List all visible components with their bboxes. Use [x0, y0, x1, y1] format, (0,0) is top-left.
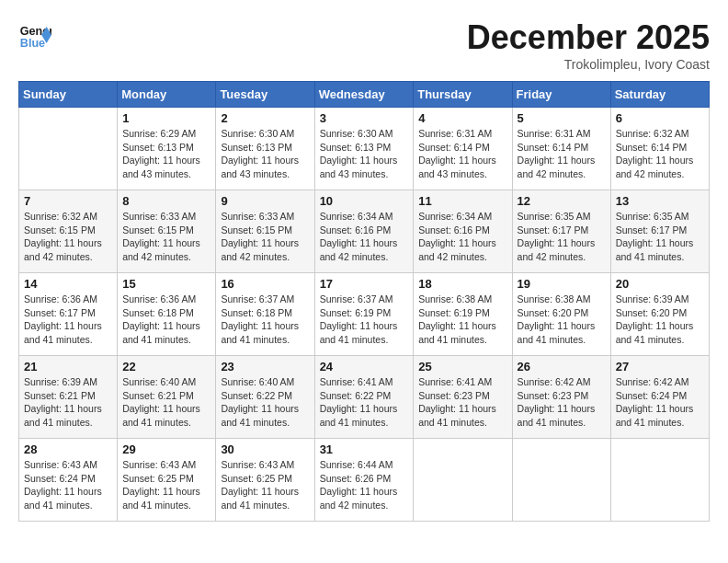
- day-cell: 17Sunrise: 6:37 AMSunset: 6:19 PMDayligh…: [314, 273, 414, 356]
- day-number: 23: [221, 360, 309, 373]
- header-cell-tuesday: Tuesday: [216, 82, 314, 108]
- day-cell: 12Sunrise: 6:35 AMSunset: 6:17 PMDayligh…: [512, 190, 610, 273]
- svg-text:Blue: Blue: [20, 37, 45, 50]
- day-number: 21: [24, 360, 112, 373]
- day-number: 30: [221, 442, 309, 456]
- day-cell: 28Sunrise: 6:43 AMSunset: 6:24 PMDayligh…: [19, 439, 118, 522]
- day-number: 31: [320, 442, 409, 456]
- day-info: Sunrise: 6:39 AMSunset: 6:20 PMDaylight:…: [616, 293, 704, 347]
- day-info: Sunrise: 6:32 AMSunset: 6:15 PMDaylight:…: [24, 210, 112, 264]
- header-cell-thursday: Thursday: [414, 82, 512, 108]
- day-cell: 9Sunrise: 6:33 AMSunset: 6:15 PMDaylight…: [216, 190, 314, 273]
- day-info: Sunrise: 6:42 AMSunset: 6:23 PMDaylight:…: [518, 375, 606, 430]
- day-info: Sunrise: 6:43 AMSunset: 6:25 PMDaylight:…: [221, 458, 309, 512]
- day-cell: [610, 439, 709, 522]
- day-info: Sunrise: 6:40 AMSunset: 6:21 PMDaylight:…: [122, 375, 210, 430]
- day-number: 4: [418, 111, 506, 125]
- day-cell: 27Sunrise: 6:42 AMSunset: 6:24 PMDayligh…: [610, 356, 709, 439]
- week-row-5: 28Sunrise: 6:43 AMSunset: 6:24 PMDayligh…: [19, 439, 710, 522]
- day-cell: 14Sunrise: 6:36 AMSunset: 6:17 PMDayligh…: [19, 273, 118, 356]
- day-cell: 18Sunrise: 6:38 AMSunset: 6:19 PMDayligh…: [414, 273, 512, 356]
- day-cell: 19Sunrise: 6:38 AMSunset: 6:20 PMDayligh…: [512, 273, 610, 356]
- day-info: Sunrise: 6:35 AMSunset: 6:17 PMDaylight:…: [616, 210, 704, 264]
- day-number: 1: [122, 111, 210, 125]
- day-info: Sunrise: 6:36 AMSunset: 6:17 PMDaylight:…: [24, 293, 112, 347]
- day-number: 26: [518, 360, 606, 373]
- week-row-2: 7Sunrise: 6:32 AMSunset: 6:15 PMDaylight…: [19, 190, 710, 273]
- day-number: 24: [320, 360, 409, 373]
- header-row: SundayMondayTuesdayWednesdayThursdayFrid…: [19, 82, 710, 108]
- day-cell: 21Sunrise: 6:39 AMSunset: 6:21 PMDayligh…: [19, 356, 118, 439]
- day-cell: 24Sunrise: 6:41 AMSunset: 6:22 PMDayligh…: [314, 356, 414, 439]
- day-info: Sunrise: 6:44 AMSunset: 6:26 PMDaylight:…: [320, 458, 409, 512]
- day-number: 22: [122, 360, 210, 373]
- day-number: 2: [221, 111, 309, 125]
- day-number: 13: [616, 194, 704, 208]
- day-number: 6: [616, 111, 704, 125]
- day-info: Sunrise: 6:34 AMSunset: 6:16 PMDaylight:…: [320, 210, 409, 264]
- logo-icon: General Blue: [18, 18, 51, 52]
- week-row-3: 14Sunrise: 6:36 AMSunset: 6:17 PMDayligh…: [19, 273, 710, 356]
- day-info: Sunrise: 6:38 AMSunset: 6:19 PMDaylight:…: [418, 293, 506, 347]
- day-cell: [19, 108, 118, 190]
- day-number: 11: [418, 194, 506, 208]
- day-info: Sunrise: 6:32 AMSunset: 6:14 PMDaylight:…: [616, 127, 704, 181]
- day-cell: 16Sunrise: 6:37 AMSunset: 6:18 PMDayligh…: [216, 273, 314, 356]
- header-cell-wednesday: Wednesday: [314, 82, 414, 108]
- day-info: Sunrise: 6:30 AMSunset: 6:13 PMDaylight:…: [221, 127, 309, 181]
- day-info: Sunrise: 6:33 AMSunset: 6:15 PMDaylight:…: [122, 210, 210, 264]
- day-number: 19: [518, 277, 606, 291]
- day-cell: 30Sunrise: 6:43 AMSunset: 6:25 PMDayligh…: [216, 439, 314, 522]
- day-info: Sunrise: 6:41 AMSunset: 6:23 PMDaylight:…: [418, 375, 506, 430]
- day-info: Sunrise: 6:35 AMSunset: 6:17 PMDaylight:…: [518, 210, 606, 264]
- day-info: Sunrise: 6:37 AMSunset: 6:18 PMDaylight:…: [221, 293, 309, 347]
- day-number: 10: [320, 194, 409, 208]
- day-number: 29: [122, 442, 210, 456]
- day-number: 18: [418, 277, 506, 291]
- header-cell-saturday: Saturday: [610, 82, 709, 108]
- day-info: Sunrise: 6:37 AMSunset: 6:19 PMDaylight:…: [320, 293, 409, 347]
- calendar-table: SundayMondayTuesdayWednesdayThursdayFrid…: [18, 81, 710, 522]
- day-cell: 3Sunrise: 6:30 AMSunset: 6:13 PMDaylight…: [314, 108, 414, 190]
- calendar-header: SundayMondayTuesdayWednesdayThursdayFrid…: [19, 82, 710, 108]
- day-info: Sunrise: 6:34 AMSunset: 6:16 PMDaylight:…: [418, 210, 506, 264]
- day-info: Sunrise: 6:43 AMSunset: 6:25 PMDaylight:…: [122, 458, 210, 512]
- day-info: Sunrise: 6:43 AMSunset: 6:24 PMDaylight:…: [24, 458, 112, 512]
- day-cell: 10Sunrise: 6:34 AMSunset: 6:16 PMDayligh…: [314, 190, 414, 273]
- day-number: 7: [24, 194, 112, 208]
- subtitle: Trokolimpleu, Ivory Coast: [467, 57, 710, 72]
- week-row-1: 1Sunrise: 6:29 AMSunset: 6:13 PMDaylight…: [19, 108, 710, 190]
- day-info: Sunrise: 6:30 AMSunset: 6:13 PMDaylight:…: [320, 127, 409, 181]
- day-number: 27: [616, 360, 704, 373]
- day-cell: 29Sunrise: 6:43 AMSunset: 6:25 PMDayligh…: [118, 439, 216, 522]
- header-cell-friday: Friday: [512, 82, 610, 108]
- day-cell: 20Sunrise: 6:39 AMSunset: 6:20 PMDayligh…: [610, 273, 709, 356]
- day-number: 12: [518, 194, 606, 208]
- day-number: 25: [418, 360, 506, 373]
- day-info: Sunrise: 6:36 AMSunset: 6:18 PMDaylight:…: [122, 293, 210, 347]
- day-info: Sunrise: 6:29 AMSunset: 6:13 PMDaylight:…: [122, 127, 210, 181]
- calendar-body: 1Sunrise: 6:29 AMSunset: 6:13 PMDaylight…: [19, 108, 710, 522]
- day-number: 16: [221, 277, 309, 291]
- day-number: 5: [518, 111, 606, 125]
- day-cell: 4Sunrise: 6:31 AMSunset: 6:14 PMDaylight…: [414, 108, 512, 190]
- day-info: Sunrise: 6:33 AMSunset: 6:15 PMDaylight:…: [221, 210, 309, 264]
- day-cell: 23Sunrise: 6:40 AMSunset: 6:22 PMDayligh…: [216, 356, 314, 439]
- day-info: Sunrise: 6:31 AMSunset: 6:14 PMDaylight:…: [518, 127, 606, 181]
- header: General Blue December 2025 Trokolimpleu,…: [18, 18, 710, 72]
- day-cell: 6Sunrise: 6:32 AMSunset: 6:14 PMDaylight…: [610, 108, 709, 190]
- day-info: Sunrise: 6:38 AMSunset: 6:20 PMDaylight:…: [518, 293, 606, 347]
- week-row-4: 21Sunrise: 6:39 AMSunset: 6:21 PMDayligh…: [19, 356, 710, 439]
- day-cell: 25Sunrise: 6:41 AMSunset: 6:23 PMDayligh…: [414, 356, 512, 439]
- day-number: 3: [320, 111, 409, 125]
- day-cell: 22Sunrise: 6:40 AMSunset: 6:21 PMDayligh…: [118, 356, 216, 439]
- day-info: Sunrise: 6:40 AMSunset: 6:22 PMDaylight:…: [221, 375, 309, 430]
- day-number: 8: [122, 194, 210, 208]
- day-cell: 26Sunrise: 6:42 AMSunset: 6:23 PMDayligh…: [512, 356, 610, 439]
- logo: General Blue: [18, 18, 51, 52]
- header-cell-monday: Monday: [118, 82, 216, 108]
- day-number: 9: [221, 194, 309, 208]
- day-cell: 13Sunrise: 6:35 AMSunset: 6:17 PMDayligh…: [610, 190, 709, 273]
- day-cell: [414, 439, 512, 522]
- day-cell: 8Sunrise: 6:33 AMSunset: 6:15 PMDaylight…: [118, 190, 216, 273]
